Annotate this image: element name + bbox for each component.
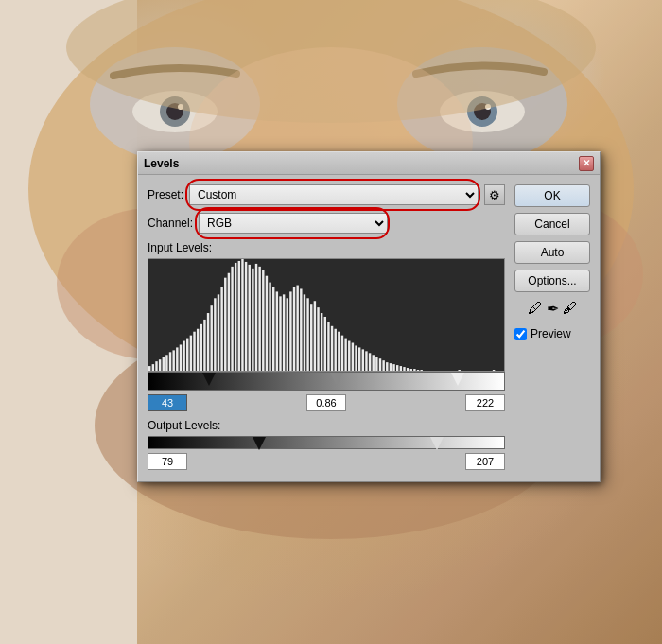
options-button[interactable]: Options...	[514, 270, 590, 292]
gray-eyedropper[interactable]: ✒	[547, 300, 559, 318]
svg-rect-45	[238, 261, 240, 371]
channel-row: Channel: RGB Red Green Blue	[148, 213, 505, 234]
svg-rect-68	[317, 307, 319, 371]
svg-rect-56	[276, 291, 278, 371]
svg-rect-26	[172, 350, 174, 371]
svg-rect-34	[200, 324, 202, 371]
svg-rect-44	[235, 263, 236, 371]
preset-select[interactable]: Custom Default Increase Contrast 1	[189, 184, 479, 205]
svg-rect-36	[207, 313, 209, 371]
input-slider-track	[148, 372, 505, 391]
black-eyedropper[interactable]: 🖊	[528, 300, 543, 318]
svg-rect-61	[293, 287, 295, 372]
histogram-svg	[148, 259, 504, 371]
svg-rect-47	[245, 262, 247, 371]
svg-rect-74	[338, 332, 340, 371]
svg-rect-51	[258, 267, 260, 371]
svg-rect-90	[392, 364, 394, 371]
svg-rect-35	[203, 320, 205, 371]
svg-rect-96	[413, 369, 415, 371]
channel-select[interactable]: RGB Red Green Blue	[199, 213, 388, 234]
svg-rect-28	[180, 344, 182, 371]
input-mid-value[interactable]: 0.86	[306, 394, 346, 411]
input-white-value[interactable]: 222	[465, 394, 505, 411]
svg-rect-77	[348, 341, 350, 371]
svg-rect-69	[321, 313, 322, 371]
preset-label: Preset:	[148, 188, 183, 201]
svg-rect-70	[324, 317, 326, 371]
svg-rect-33	[197, 329, 199, 371]
output-black-handle[interactable]	[253, 437, 266, 450]
input-black-handle[interactable]	[202, 373, 216, 386]
svg-rect-94	[407, 368, 409, 371]
svg-rect-40	[220, 287, 222, 372]
output-black-value[interactable]: 79	[148, 453, 187, 470]
preset-select-wrapper: Custom Default Increase Contrast 1	[189, 184, 479, 205]
svg-rect-92	[400, 366, 402, 371]
svg-rect-66	[310, 304, 312, 371]
svg-rect-48	[249, 265, 251, 371]
svg-rect-75	[341, 336, 343, 371]
svg-rect-41	[224, 278, 226, 371]
svg-rect-52	[262, 270, 264, 371]
svg-rect-31	[190, 336, 192, 371]
svg-rect-42	[228, 273, 230, 371]
cancel-button[interactable]: Cancel	[514, 213, 590, 235]
output-white-handle[interactable]	[430, 437, 444, 450]
channel-select-wrapper: RGB Red Green Blue	[199, 213, 388, 234]
svg-rect-88	[386, 362, 388, 371]
svg-rect-49	[252, 269, 253, 371]
levels-dialog: Levels ✕ Preset: Custom Default Increase…	[137, 151, 601, 482]
preset-row: Preset: Custom Default Increase Contrast…	[148, 184, 505, 205]
svg-rect-20	[152, 364, 154, 371]
input-mid-handle[interactable]	[330, 373, 343, 386]
output-values-row: 79 207	[148, 451, 505, 472]
svg-rect-82	[365, 351, 367, 371]
preview-row: Preview	[514, 327, 590, 340]
svg-rect-79	[355, 345, 357, 371]
svg-rect-81	[362, 349, 364, 371]
svg-rect-93	[403, 367, 405, 371]
svg-rect-32	[193, 332, 195, 371]
svg-rect-72	[331, 326, 333, 371]
svg-rect-63	[300, 288, 302, 371]
input-values-row: 43 0.86 222	[148, 392, 505, 413]
white-eyedropper[interactable]: 🖋	[563, 300, 578, 318]
dialog-title: Levels	[144, 157, 179, 170]
svg-rect-84	[373, 355, 375, 371]
svg-rect-100	[458, 370, 460, 371]
svg-rect-98	[420, 370, 422, 371]
svg-rect-65	[306, 298, 308, 371]
svg-rect-67	[314, 301, 316, 371]
auto-button[interactable]: Auto	[514, 241, 590, 264]
output-section: Output Levels: 79 207	[148, 419, 505, 472]
svg-rect-91	[396, 365, 398, 371]
svg-rect-87	[382, 360, 384, 371]
svg-rect-58	[283, 294, 285, 371]
preview-checkbox[interactable]	[514, 328, 527, 340]
ok-button[interactable]: OK	[514, 184, 590, 207]
svg-rect-85	[375, 357, 377, 371]
svg-rect-73	[334, 329, 336, 371]
preview-label[interactable]: Preview	[531, 327, 571, 340]
svg-rect-89	[390, 363, 392, 371]
close-button[interactable]: ✕	[579, 156, 594, 171]
gear-button[interactable]: ⚙	[484, 184, 505, 205]
svg-rect-30	[186, 339, 188, 371]
svg-rect-46	[241, 259, 243, 371]
svg-rect-62	[296, 286, 298, 371]
svg-rect-101	[493, 370, 495, 371]
input-black-value[interactable]: 43	[148, 394, 187, 411]
output-white-value[interactable]: 207	[465, 453, 505, 470]
svg-rect-71	[327, 322, 329, 371]
svg-rect-54	[269, 283, 270, 371]
svg-rect-24	[166, 355, 167, 371]
svg-rect-25	[169, 352, 171, 371]
svg-rect-53	[266, 276, 268, 371]
svg-rect-97	[417, 370, 419, 371]
svg-rect-86	[379, 358, 381, 371]
svg-rect-22	[159, 359, 161, 371]
input-white-handle[interactable]	[451, 373, 464, 386]
output-levels-label: Output Levels:	[148, 419, 505, 432]
eyedroppers-row: 🖊 ✒ 🖋	[514, 300, 590, 318]
